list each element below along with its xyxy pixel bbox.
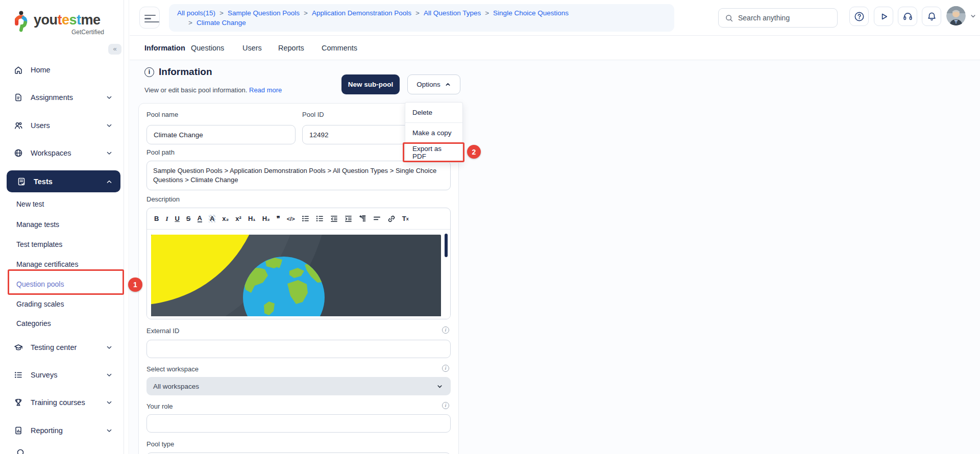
app-window: youtestme GetCertified « Home Assignment… [0, 0, 980, 454]
menu-toggle-button[interactable] [139, 7, 160, 29]
sidebar-item-surveys[interactable]: Surveys [0, 365, 124, 385]
headset-icon [902, 11, 914, 22]
superscript-icon[interactable]: x² [235, 215, 241, 222]
workspace-select-value: All workspaces [153, 383, 199, 390]
subscript-icon[interactable]: x₂ [222, 215, 229, 222]
sidebar-item-label: Assignments [31, 93, 73, 102]
menu-item-make-a-copy[interactable]: Make a copy [405, 122, 462, 142]
breadcrumb: All pools(15)>Sample Question Pools>Appl… [169, 4, 674, 32]
tutorial-play-button[interactable] [874, 7, 893, 26]
sidebar-item-grading-scales[interactable]: Grading scales [0, 295, 124, 313]
pool-id-label: Pool ID [302, 111, 324, 118]
avatar[interactable] [946, 6, 966, 26]
external-id-label: External ID [146, 327, 179, 335]
your-role-label: Your role [146, 402, 173, 410]
sidebar: youtestme GetCertified « Home Assignment… [0, 0, 124, 454]
global-search[interactable] [718, 8, 838, 28]
sidebar-item-manage-certificates[interactable]: Manage certificates [0, 255, 124, 273]
ordered-list-icon[interactable] [302, 215, 309, 222]
blockquote-icon[interactable]: ❞ [277, 215, 280, 222]
chevron-down-icon [105, 343, 113, 351]
editor-content[interactable] [147, 230, 450, 319]
clear-formatting-icon[interactable]: Tx [402, 215, 409, 222]
brand-logo[interactable]: youtestme GetCertified [12, 8, 114, 37]
home-icon [13, 65, 26, 75]
chevron-down-icon [105, 121, 113, 130]
info-icon[interactable]: i [442, 326, 449, 334]
sidebar-item-label: Users [31, 121, 50, 130]
sidebar-item-workspaces[interactable]: Workspaces [0, 143, 124, 163]
sidebar-item-test-templates[interactable]: Test templates [0, 235, 124, 254]
tab-reports[interactable]: Reports [278, 36, 304, 60]
tab-questions[interactable]: Questions [191, 36, 224, 60]
sidebar-item-reporting[interactable]: Reporting [0, 420, 124, 441]
sidebar-item-label: Home [31, 66, 51, 74]
indent-icon[interactable] [345, 215, 352, 222]
profile-menu-chevron[interactable] [969, 12, 977, 22]
top-header: All pools(15)>Sample Question Pools>Appl… [130, 0, 980, 36]
sidebar-item-users[interactable]: Users [0, 115, 124, 136]
external-id-input[interactable] [146, 340, 451, 358]
sidebar-item-tests[interactable]: Tests [7, 170, 120, 192]
menu-item-delete[interactable]: Delete [405, 103, 462, 122]
search-input[interactable] [738, 14, 825, 22]
info-icon[interactable]: i [442, 365, 449, 372]
notifications-button[interactable] [922, 7, 941, 26]
sidebar-item-home[interactable]: Home [0, 60, 124, 80]
tab-users[interactable]: Users [242, 36, 262, 60]
alignment-icon[interactable] [373, 215, 381, 222]
help-button[interactable] [849, 7, 869, 26]
surveys-icon [13, 370, 26, 380]
heading-1-icon[interactable]: H₁ [248, 215, 256, 222]
italic-icon[interactable]: I [165, 215, 168, 223]
menu-item-export-as-pdf[interactable]: Export as PDF [405, 142, 462, 162]
new-sub-pool-button[interactable]: New sub-pool [341, 74, 400, 94]
breadcrumb-link[interactable]: Application Demonstration Pools [312, 9, 411, 17]
sidebar-item-assignments[interactable]: Assignments [0, 87, 124, 108]
sidebar-item-categories[interactable]: Categories [0, 314, 124, 333]
workspace-select[interactable]: All workspaces [146, 377, 451, 395]
page-subtitle: View or edit basic pool information. Rea… [144, 86, 282, 94]
heading-2-icon[interactable]: H₂ [262, 215, 270, 222]
breadcrumb-link[interactable]: Single Choice Questions [493, 9, 569, 17]
outdent-icon[interactable] [330, 215, 338, 222]
pool-name-input[interactable] [146, 125, 296, 144]
options-button[interactable]: Options [407, 74, 460, 94]
link-icon[interactable] [387, 215, 396, 223]
sidebar-item-new-test[interactable]: New test [0, 195, 124, 213]
options-dropdown-menu: Delete Make a copy Export as PDF [405, 102, 463, 163]
your-role-input[interactable] [146, 414, 451, 433]
info-icon[interactable]: i [442, 402, 449, 409]
breadcrumb-link[interactable]: All pools(15) [177, 9, 215, 17]
read-more-link[interactable]: Read more [249, 86, 282, 94]
underline-icon[interactable]: U [175, 215, 179, 222]
breadcrumb-line-1: All pools(15)>Sample Question Pools>Appl… [177, 8, 666, 18]
editor-scrollbar-thumb[interactable] [445, 234, 448, 257]
chevron-up-icon [445, 81, 451, 88]
sidebar-item-testing-center[interactable]: Testing center [0, 337, 124, 358]
description-editor[interactable]: B I U S A A x₂ x² H₁ H₂ ❞ </> [146, 208, 451, 319]
select-workspace-label: Select workspace [146, 365, 199, 373]
chevron-down-icon [436, 383, 444, 390]
breadcrumb-link[interactable]: All Question Types [424, 9, 481, 17]
sidebar-item-label: Testing center [31, 343, 77, 351]
text-direction-icon[interactable] [359, 215, 366, 222]
sidebar-item-question-pools[interactable]: Question pools [0, 275, 124, 293]
bold-icon[interactable]: B [154, 215, 159, 222]
breadcrumb-link-current[interactable]: Climate Change [197, 19, 246, 27]
unordered-list-icon[interactable] [316, 215, 324, 222]
breadcrumb-link[interactable]: Sample Question Pools [228, 9, 300, 17]
highlight-icon[interactable]: A [209, 215, 215, 222]
text-color-icon[interactable]: A [198, 215, 202, 222]
strikethrough-icon[interactable]: S [186, 215, 191, 222]
tab-information[interactable]: Information [144, 36, 185, 60]
code-icon[interactable]: </> [287, 216, 295, 222]
sidebar-item-manage-tests[interactable]: Manage tests [0, 215, 124, 234]
sidebar-item-training-courses[interactable]: Training courses [0, 392, 124, 413]
breadcrumb-line-2: >Climate Change [177, 18, 666, 28]
support-button[interactable] [898, 7, 917, 26]
sidebar-collapse-button[interactable]: « [108, 44, 121, 55]
bell-icon [926, 11, 938, 22]
tab-comments[interactable]: Comments [322, 36, 357, 60]
breadcrumb-separator: > [304, 9, 308, 17]
